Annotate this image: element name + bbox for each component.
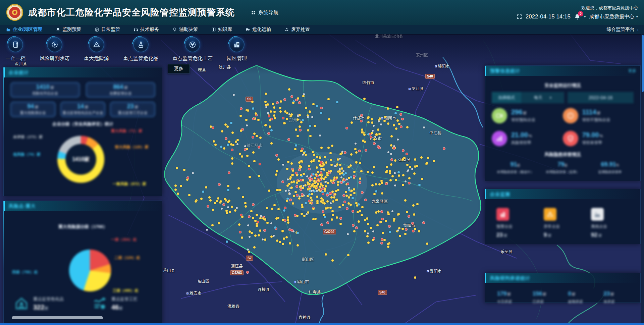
map-dot [236, 207, 238, 209]
quick-nav-item-4[interactable]: 重点监管危化工艺 [172, 37, 213, 62]
map-dot [227, 144, 229, 146]
map-dot [244, 145, 246, 147]
map-dot [214, 144, 217, 146]
map-dot [408, 177, 411, 179]
map-dot [337, 158, 339, 161]
map-dot [423, 126, 425, 128]
nav-item-2[interactable]: 日常监管 [95, 26, 120, 33]
platform-link[interactable]: 综合监管平台→ [606, 26, 644, 33]
nav-item-7[interactable]: 废弃处置 [284, 26, 310, 33]
more-link[interactable]: 更多 [628, 66, 636, 76]
warning-stat-value: 79.00% [582, 131, 603, 138]
map-dot [375, 190, 377, 193]
notifications-button[interactable]: 0 [574, 13, 581, 20]
clipboard-icon [95, 27, 99, 32]
panel-horizontal-scrollbar[interactable] [12, 316, 103, 319]
map-dot [359, 177, 361, 180]
map-dot [305, 107, 307, 109]
map-dot [414, 276, 416, 279]
map-dot [397, 139, 399, 141]
camera-icon [492, 108, 507, 123]
nav-item-6[interactable]: 危化运输 [246, 26, 271, 33]
nav-item-1[interactable]: 监测预警 [56, 26, 81, 33]
map-dot [378, 133, 381, 135]
map-dot [352, 197, 354, 199]
map-dot [286, 184, 289, 187]
map-dot [412, 230, 415, 232]
map-dot [361, 206, 364, 208]
map-dot [366, 217, 368, 220]
footer-stat-label: 重点监管危化品 [33, 296, 64, 302]
map-dot [279, 189, 281, 191]
map-dot [309, 135, 312, 137]
panel-title: 风险点-重大 [9, 201, 36, 211]
map-dot [378, 120, 380, 122]
map-dot [371, 184, 374, 186]
filter-mode-select[interactable]: 每天 ▾ [521, 92, 564, 103]
map-dot [279, 107, 281, 109]
map-dot [317, 171, 319, 173]
map-dot [345, 191, 347, 193]
map-dot [381, 218, 384, 220]
map-dot [308, 165, 310, 167]
map-dot [343, 201, 346, 203]
map-dot [378, 147, 381, 149]
map-label: 乐至县 [500, 249, 513, 255]
map-dot [347, 233, 349, 235]
map-dot [326, 174, 329, 176]
stat-box: 23家重点监管工艺企业 [110, 102, 155, 117]
stat-box: 864家在册监管企业 [86, 82, 155, 98]
map-dot [305, 202, 307, 204]
map-dot [389, 231, 391, 233]
inspection-stat-label: 本周隐患排查（监测） [539, 170, 586, 174]
quick-nav-label: 园区管理 [227, 55, 247, 62]
nav-item-4[interactable]: 辅助决策 [172, 26, 198, 33]
map-dot [285, 236, 288, 238]
quick-nav-item-5[interactable]: 园区管理 [227, 37, 247, 62]
map-dot [327, 98, 330, 100]
scrollbar-thumb[interactable] [642, 35, 644, 92]
filter-date-input[interactable]: 2022-04-16 [568, 92, 634, 103]
map-dot [277, 158, 280, 161]
quick-nav-item-2[interactable]: 重大危险源 [84, 37, 109, 62]
quick-nav-item-1[interactable]: 风险研判承诺 [40, 37, 70, 62]
map-dot [377, 210, 380, 213]
quick-nav-item-0[interactable]: 一企一档 [5, 37, 25, 62]
map-dot [344, 151, 346, 154]
map-dot [183, 169, 185, 171]
monitor-stat-label: 异常企业 [544, 224, 586, 229]
caret-down-icon[interactable]: ▾ [584, 14, 586, 19]
quick-nav-item-3[interactable]: 重点监管危化品 [123, 37, 158, 62]
map-dot [276, 239, 278, 242]
vertical-scrollbar[interactable] [641, 34, 644, 325]
system-nav-button[interactable]: 系统导航 [251, 9, 278, 16]
platform-link-label: 综合监管平台 [606, 26, 635, 32]
map-label: 名山区 [197, 278, 209, 284]
legend-callout: 二级（124）处 [114, 255, 140, 260]
map-dot [316, 202, 319, 204]
map-more-button[interactable]: 更多 [168, 64, 190, 73]
map-dot [308, 200, 311, 202]
map-dot [319, 134, 321, 137]
map-dot [324, 176, 327, 178]
map-dot [398, 123, 400, 125]
nav-item-0[interactable]: 企业/园区管理 [6, 26, 42, 33]
horizontal-scrollbar[interactable] [0, 323, 644, 325]
map-dot [291, 174, 294, 176]
donut-chart: 1410家 重大风险（71）家较大风险（120）家一般风险（872）家低风险（7… [10, 128, 155, 196]
nav-item-5[interactable]: 知识库 [211, 26, 232, 33]
map-dot [387, 211, 389, 214]
map-dot [346, 182, 349, 185]
map-dot [380, 242, 383, 245]
map-dot [323, 163, 325, 166]
nav-item-3[interactable]: 技术服务 [133, 26, 159, 33]
map-dot [258, 234, 260, 236]
donut-graphic: 1410家 [57, 136, 104, 183]
commitment-stat: 23家未承诺 [598, 290, 634, 304]
fullscreen-icon[interactable] [517, 14, 522, 19]
map-dot [314, 218, 317, 220]
map-dot [279, 241, 281, 243]
inspection-stat: 69.91%监测隐患排查率 [586, 161, 634, 174]
org-dropdown[interactable]: 成都市应急救援中心 ▾ [589, 13, 638, 20]
warning-stats-grid: 296家管控预知企业1114家管控不预知企业21.00%风险管控率79.00%管… [492, 108, 634, 146]
